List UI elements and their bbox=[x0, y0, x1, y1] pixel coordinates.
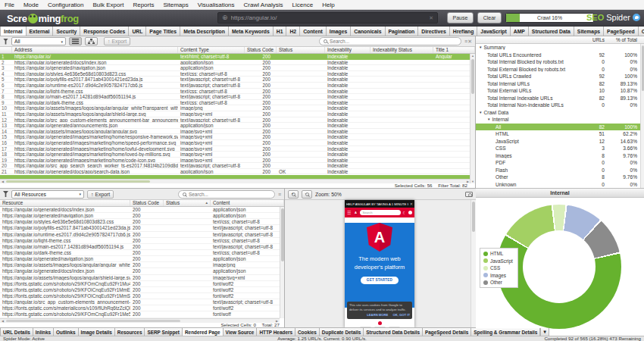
horizontal-scrollbar[interactable]: ◀ ▶ bbox=[0, 318, 280, 323]
resource-row[interactable]: https://angular.io/generated/navigation.… bbox=[0, 256, 280, 262]
column-header-indexability[interactable]: Indexability bbox=[325, 47, 370, 53]
overview-row-pdf[interactable]: PDF00% bbox=[476, 159, 644, 167]
menu-item-licence[interactable]: Licence bbox=[292, 2, 314, 8]
tab-canonicals[interactable]: Canonicals bbox=[351, 27, 385, 36]
resource-row[interactable]: https://angular.io/generated/docs/index.… bbox=[0, 268, 280, 274]
pause-button[interactable]: Pause bbox=[447, 12, 474, 23]
vertical-scrollbar[interactable] bbox=[470, 200, 476, 327]
table-row[interactable]: 9https://angular.io/dark-theme.csstext/c… bbox=[0, 100, 470, 106]
vertical-scrollbar[interactable] bbox=[640, 44, 644, 188]
table-row[interactable]: 16https://angular.io/generated/images/ma… bbox=[0, 140, 470, 146]
table-row[interactable]: 14https://angular.io/assets/images/logos… bbox=[0, 129, 470, 135]
table-row[interactable]: 4https://angular.io/styles.4e636e5e68d10… bbox=[0, 71, 470, 77]
pct-column-header[interactable]: % of Total bbox=[605, 36, 644, 43]
tab-pagespeed[interactable]: PageSpeed bbox=[604, 27, 639, 36]
table-row[interactable]: 3https://angular.io/generated/navigation… bbox=[0, 65, 470, 71]
clear-search-icon[interactable]: ≡✕ bbox=[464, 39, 472, 44]
tab-custom-more[interactable]: Custo▾ bbox=[639, 27, 644, 36]
column-header-content-type[interactable]: Content Type bbox=[178, 47, 245, 53]
overview-row-total-external-urls[interactable]: Total External URLs1010.87% bbox=[476, 87, 644, 95]
scroll-left-icon[interactable]: ◀ bbox=[0, 180, 5, 183]
resource-row[interactable]: https://angular.io/main-es2017.14281d894… bbox=[0, 244, 280, 250]
tab-meta-keywords[interactable]: Meta Keywords bbox=[229, 27, 274, 36]
url-bar[interactable]: ⊕ ✕ bbox=[217, 12, 438, 23]
table-row[interactable]: 7https://angular.io/light-theme.csstext/… bbox=[0, 89, 470, 95]
bottom-tab-spelling-grammar-details[interactable]: Spelling & Grammar Details bbox=[471, 328, 540, 336]
tab-pagination[interactable]: Pagination bbox=[386, 27, 419, 36]
resource-row[interactable]: https://angular.io/src_app_custom-elemen… bbox=[0, 299, 280, 305]
bottom-tab-duplicate-details[interactable]: Duplicate Details bbox=[320, 328, 364, 336]
tab-response-codes[interactable]: Response Codes bbox=[80, 27, 129, 36]
overview-row-other[interactable]: Other89.76% bbox=[476, 174, 644, 181]
tab-structured-data[interactable]: Structured Data bbox=[529, 27, 574, 36]
table-row[interactable]: 11https://angular.io/assets/images/logos… bbox=[0, 111, 470, 117]
tab-internal[interactable]: Internal bbox=[0, 27, 27, 36]
overview-row-total-urls-crawled[interactable]: Total URLs Crawled92100% bbox=[476, 73, 644, 80]
overview-row-html[interactable]: HTML5162.2% bbox=[476, 130, 644, 138]
resource-row[interactable]: https://fonts.gstatic.com/s/roboto/v29/K… bbox=[0, 281, 280, 287]
tab-external[interactable]: External bbox=[27, 27, 54, 36]
resource-row[interactable]: https://angular.io/assets/images/logos/a… bbox=[0, 275, 280, 281]
tab-sitemaps[interactable]: Sitemaps bbox=[574, 27, 604, 36]
column-header-indexability-status[interactable]: Indexability Status bbox=[370, 47, 433, 53]
search-box[interactable] bbox=[319, 37, 461, 45]
scroll-left-icon[interactable]: ◀ bbox=[0, 319, 5, 323]
resource-row[interactable]: https://angular.io/generated/docs/index.… bbox=[0, 207, 280, 213]
table-row[interactable]: 2https://angular.io/generated/docs/index… bbox=[0, 60, 470, 66]
resource-row[interactable]: https://fonts.gstatic.com/s/roboto/v29/K… bbox=[0, 293, 280, 299]
menu-item-sitemaps[interactable]: Sitemaps bbox=[163, 2, 188, 8]
column-header-title-1[interactable]: Title 1 bbox=[433, 47, 475, 53]
resource-row[interactable]: https://fonts.gstatic.com/s/materialicon… bbox=[0, 305, 280, 311]
bottom-tab-inlinks[interactable]: Inlinks bbox=[33, 328, 54, 336]
url-input[interactable] bbox=[231, 14, 427, 21]
overview-row-internal[interactable]: ▼Internal bbox=[476, 116, 644, 124]
resource-row[interactable]: https://angular.io/styles.4e636e5e68d108… bbox=[0, 219, 280, 225]
tab-hreflang[interactable]: Hreflang bbox=[450, 27, 478, 36]
tab-javascript[interactable]: JavaScript bbox=[477, 27, 510, 36]
menu-item-file[interactable]: File bbox=[5, 2, 14, 8]
camera-icon[interactable] bbox=[465, 192, 473, 197]
expand-arrow-icon[interactable]: ▼ bbox=[479, 45, 482, 49]
menu-item-configuration[interactable]: Configuration bbox=[48, 2, 84, 8]
overview-row-crawl-data[interactable]: ▼Crawl Data bbox=[476, 109, 644, 117]
column-header-status[interactable]: Status▲ bbox=[164, 200, 211, 206]
horizontal-scrollbar[interactable]: ◀ ▶ bbox=[0, 179, 470, 183]
bottom-tab-cookies[interactable]: Cookies bbox=[295, 328, 320, 336]
table-row[interactable]: 1https://angular.io/text/html; charset=u… bbox=[0, 54, 470, 60]
urls-column-header[interactable]: URLs bbox=[577, 36, 605, 43]
overview-row-javascript[interactable]: JavaScript1214.63% bbox=[476, 138, 644, 145]
resources-search-box[interactable] bbox=[178, 190, 275, 199]
expand-arrow-icon[interactable]: ▼ bbox=[479, 111, 482, 114]
column-header-status[interactable]: Status bbox=[277, 47, 325, 53]
overview-row-total-internal-indexable-urls[interactable]: Total Internal Indexable URLs8289.13% bbox=[476, 95, 644, 102]
bottom-tab-pagespeed-details[interactable]: PageSpeed Details bbox=[423, 328, 471, 336]
overview-row-total-urls-encountered[interactable]: Total URLs Encountered92100% bbox=[476, 52, 644, 59]
zoom-in-button[interactable]: + bbox=[288, 190, 299, 199]
menu-item-mode[interactable]: Mode bbox=[23, 2, 39, 8]
tab-amp[interactable]: AMP bbox=[511, 27, 529, 36]
overview-row-css[interactable]: CSS33.66% bbox=[476, 145, 644, 152]
vertical-scrollbar[interactable]: ▲ ▼ bbox=[470, 54, 475, 183]
scroll-up-icon[interactable]: ▲ bbox=[470, 54, 475, 58]
overview-row-total-internal-blocked-by-robots-txt[interactable]: Total Internal Blocked by robots.txt00% bbox=[476, 58, 644, 66]
expand-arrow-icon[interactable]: ▼ bbox=[487, 117, 490, 121]
tab-images[interactable]: Images bbox=[327, 27, 351, 36]
tab-meta-description[interactable]: Meta Description bbox=[180, 27, 229, 36]
resources-filter-select[interactable]: All Resources ▾ bbox=[11, 190, 84, 199]
resource-row[interactable]: https://angular.io/light-theme.css200tex… bbox=[0, 238, 280, 244]
clear-button[interactable]: Clear bbox=[477, 12, 502, 23]
column-header-status-code[interactable]: Status Code bbox=[245, 47, 277, 53]
table-row[interactable]: 13https://angular.io/generated/announcem… bbox=[0, 123, 470, 129]
table-row[interactable]: 15https://angular.io/generated/images/ma… bbox=[0, 134, 470, 140]
tab-h2[interactable]: H2 bbox=[286, 27, 300, 36]
scrollbar-thumb[interactable] bbox=[471, 59, 474, 94]
scrollbar-thumb[interactable] bbox=[472, 202, 475, 232]
resource-row[interactable]: https://angular.io/dark-theme.css200text… bbox=[0, 250, 280, 256]
scrollbar-thumb[interactable] bbox=[281, 208, 284, 261]
table-row[interactable]: 5https://angular.io/polyfills-es2017.847… bbox=[0, 77, 470, 83]
table-row[interactable]: 6https://angular.io/runtime-es2017.d9d4c… bbox=[0, 83, 470, 89]
bottom-tab-resources[interactable]: Resources bbox=[115, 328, 145, 336]
bottom-tab-outlinks[interactable]: Outlinks bbox=[54, 328, 79, 336]
menu-item-crawl-analysis[interactable]: Crawl Analysis bbox=[244, 2, 283, 8]
tree-view-button[interactable] bbox=[85, 37, 98, 45]
